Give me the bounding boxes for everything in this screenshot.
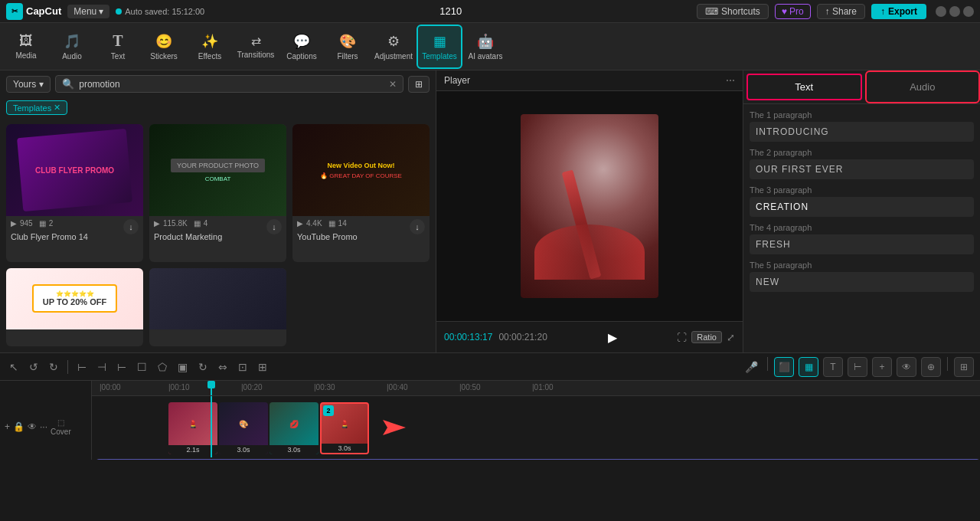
templates-tag[interactable]: Templates ✕ [6,100,67,115]
paragraph-item: The 4 paragraph FRESH [750,223,974,254]
clip-duration: 3.0s [219,445,268,454]
remove-tag-icon[interactable]: ✕ [54,103,60,113]
add-track-button[interactable]: + [872,357,892,377]
video-track-button[interactable]: ⬛ [774,357,794,377]
player-header-controls: ⋯ [726,75,735,86]
tool-filters[interactable]: 🎨 Filters [325,25,371,69]
filter-button[interactable]: ⊞ [408,76,430,93]
main-toolbar: 🖼 Media 🎵 Audio T Text 😊 Stickers ✨ Effe… [0,23,980,70]
flip-button[interactable]: ⇔ [215,359,230,375]
minimize-button[interactable] [936,6,946,17]
para-value[interactable]: OUR FIRST EVER [750,159,974,179]
search-input[interactable] [79,79,384,90]
add-media-button[interactable]: + [5,421,10,432]
eye-button[interactable]: 👁 [897,357,916,377]
close-button[interactable] [963,6,974,17]
template-card[interactable]: YOUR PRODUCT PHOTO COMBAT ↓ ▶ 115.8K ▦ 4… [149,124,286,262]
export-button[interactable]: ↑ Export [871,4,926,19]
share-icon: ↑ [825,6,830,17]
template-card[interactable] [149,268,286,347]
magnet-button[interactable]: ⊕ [921,357,941,377]
fullscreen-icon-button[interactable]: ⛶ [677,332,687,343]
tool-audio[interactable]: 🎵 Audio [49,25,95,69]
clear-search-icon[interactable]: ✕ [389,79,397,90]
template-thumbnail [149,268,286,329]
split-track-button[interactable]: ⊢ [848,357,867,377]
trim-right-button[interactable]: ⊢ [114,359,129,375]
video-clip[interactable]: 🎨 3.0s [219,402,268,454]
ruler-mark: |00:30 [314,383,335,392]
video-clip[interactable]: 💋 3.0s [270,402,318,454]
templates-track[interactable]: Templates 00:00:21:20 CREAT... MIC ✓ [96,459,980,460]
player-video [436,91,743,321]
cover-button[interactable]: ⬚ Cover [51,418,71,436]
split-button[interactable]: ⊢ [74,359,90,375]
lock-button[interactable]: 🔒 [13,421,24,432]
time-total: 00:00:21:20 [498,332,547,342]
caption-button[interactable]: ⊞ [255,359,270,375]
adjustment-icon: ⚙ [387,33,400,50]
tool-effects[interactable]: ✨ Effects [187,25,233,69]
trim-left-button[interactable]: ⊣ [94,359,109,375]
video-clip[interactable]: 💄 2.1s [168,402,217,454]
tool-stickers[interactable]: 😊 Stickers [141,25,187,69]
menu-button[interactable]: Menu ▾ [67,5,109,18]
frame-button[interactable]: ▣ [175,359,191,375]
share-button[interactable]: ↑ Share [817,4,865,19]
toolbar-separator [67,360,68,374]
video-clip-selected[interactable]: 2 💄 3.0s [320,402,369,454]
play-button[interactable]: ▶ [602,326,623,348]
clips-track: 💄 2.1s 🎨 3.0s 💋 3.0s 2 💄 3.0s [92,396,980,457]
zoom-button[interactable]: ⊞ [954,357,974,377]
shield-button[interactable]: ⬠ [155,359,170,375]
category-dropdown[interactable]: Yours ▾ [6,76,51,93]
tab-text[interactable]: Text [746,74,862,100]
timeline-left-gutter: + 🔒 👁 ··· ⬚ Cover [0,381,92,460]
para-value-highlight[interactable]: CREATION [750,197,974,217]
more-options-icon[interactable]: ⋯ [726,75,735,86]
download-icon[interactable]: ↓ [410,219,425,234]
ruler-mark: |00:10 [168,383,190,392]
arrow-indicator [375,420,406,437]
redo-button[interactable]: ↻ [46,359,61,375]
tool-text[interactable]: T Text [95,25,141,69]
app-logo: ✂ CapCut [6,3,61,20]
tool-adjustment[interactable]: ⚙ Adjustment [371,25,416,69]
tool-captions[interactable]: 💬 Captions [279,25,325,69]
para-value[interactable]: INTRODUCING [750,122,974,142]
tool-ai-avatars[interactable]: 🤖 AI avatars [462,25,508,69]
text-track-button[interactable]: T [823,357,843,377]
ratio-button[interactable]: Ratio [691,331,722,343]
text-icon: T [113,32,122,50]
crop-button[interactable]: ⊡ [235,359,250,375]
select-tool-button[interactable]: ↖ [6,359,21,375]
tool-media[interactable]: 🖼 Media [3,25,49,69]
expand-button[interactable]: ⤢ [727,332,735,343]
tool-transitions[interactable]: ⇄ Transitions [233,25,279,69]
audio-track-button[interactable]: ▦ [799,357,818,377]
template-clips-icon: ▦ [194,219,201,228]
tool-templates[interactable]: ▦ Templates [416,25,462,69]
svg-marker-0 [383,420,406,435]
rotate-button[interactable]: ↻ [195,359,211,375]
undo-button[interactable]: ↺ [26,359,41,375]
mic-button[interactable]: 🎤 [742,357,761,377]
para-value[interactable]: NEW [750,272,974,292]
para-label: The 4 paragraph [750,223,974,232]
paragraph-item: The 5 paragraph NEW [750,260,974,292]
download-icon[interactable]: ↓ [123,219,139,234]
para-value[interactable]: FRESH [750,234,974,254]
tab-audio[interactable]: Audio [865,70,981,103]
maximize-button[interactable] [949,6,960,17]
delete-button[interactable]: ☐ [134,359,150,375]
template-plays-icon: ▶ [154,219,160,228]
template-plays-icon: ▶ [297,219,303,228]
visibility-button[interactable]: 👁 [28,421,37,432]
template-card[interactable]: CLUB FLYER PROMO ↓ ▶ 945 ▦ 2 Club Flyer … [6,124,143,262]
timeline-right-controls: 🎤 ⬛ ▦ T ⊢ + 👁 ⊕ ⊞ [742,357,974,377]
shortcuts-button[interactable]: ⌨ Shortcuts [697,4,769,19]
download-icon[interactable]: ↓ [266,219,282,234]
template-card[interactable]: ⭐⭐⭐⭐⭐ UP TO 20% OFF [6,268,143,347]
template-card[interactable]: New Video Out Now! 🔥 GREAT DAY OF COURSE… [292,124,430,262]
more-button[interactable]: ··· [40,421,47,432]
